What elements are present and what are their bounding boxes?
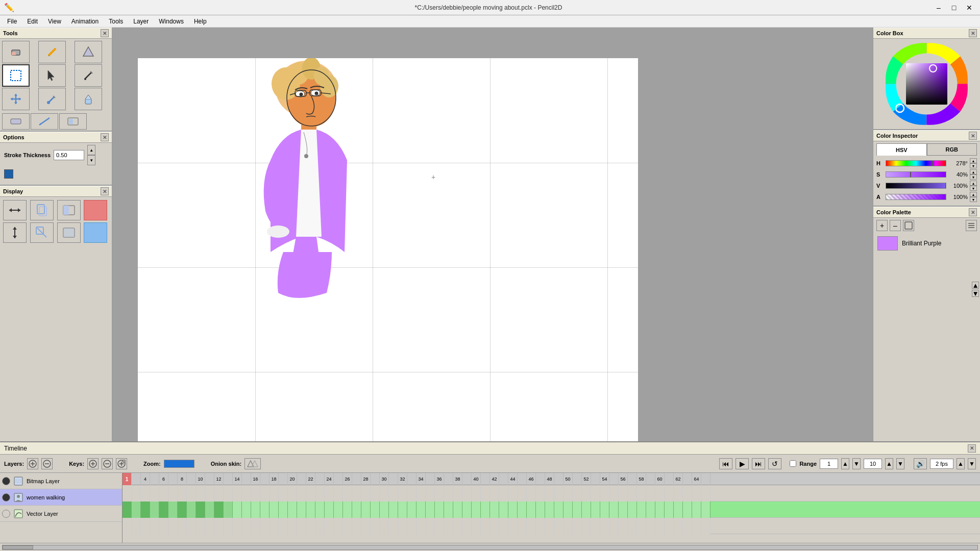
bitmap-frame-44[interactable] (527, 485, 536, 502)
bitmap-frame-36[interactable] (453, 485, 462, 502)
bitmap-frame-1[interactable] (132, 485, 141, 502)
ci-v-up[interactable]: ▲ (970, 181, 977, 186)
window-controls[interactable]: – □ ✕ (932, 3, 976, 13)
bitmap-frame-55[interactable] (628, 485, 637, 502)
menu-view[interactable]: View (43, 17, 66, 26)
women-frame-8[interactable] (196, 502, 205, 518)
vector-frame-28[interactable] (380, 518, 389, 534)
women-frame-26[interactable] (361, 502, 371, 518)
timeline-scroll-thumb[interactable] (3, 545, 33, 549)
layer-row-women[interactable]: women walking (0, 489, 122, 506)
palette-menu-btn[interactable] (966, 220, 977, 231)
women-frame-31[interactable] (407, 502, 416, 518)
pencil-tool[interactable] (38, 41, 66, 63)
bitmap-frame-51[interactable] (591, 485, 600, 502)
vector-frame-47[interactable] (554, 518, 564, 534)
layer-row-bitmap[interactable]: Bitmap Layer (0, 473, 122, 489)
ci-h-slider[interactable] (886, 160, 946, 166)
bitmap-frame-26[interactable] (361, 485, 371, 502)
vector-frame-17[interactable] (279, 518, 288, 534)
bitmap-frame-17[interactable] (279, 485, 288, 502)
women-frame-35[interactable] (444, 502, 453, 518)
vector-frame-20[interactable] (306, 518, 315, 534)
women-frame-25[interactable] (352, 502, 361, 518)
vector-frame-43[interactable] (518, 518, 527, 534)
display-panel-close[interactable]: ✕ (101, 187, 109, 195)
women-frame-60[interactable] (674, 502, 683, 518)
ci-a-slider[interactable] (886, 194, 946, 200)
vector-frame-27[interactable] (371, 518, 380, 534)
women-frame-5[interactable] (168, 502, 178, 518)
women-frame-33[interactable] (426, 502, 435, 518)
women-frame-23[interactable] (334, 502, 343, 518)
vector-frame-2[interactable] (141, 518, 150, 534)
vector-frame-41[interactable] (499, 518, 508, 534)
color-wheel-container[interactable] (873, 39, 980, 129)
vector-frame-6[interactable] (178, 518, 187, 534)
women-frame-62[interactable] (692, 502, 701, 518)
bitmap-frame-34[interactable] (435, 485, 444, 502)
bitmap-frame-11[interactable] (224, 485, 233, 502)
vector-frame-31[interactable] (407, 518, 416, 534)
bitmap-frame-59[interactable] (665, 485, 674, 502)
vector-frame-36[interactable] (453, 518, 462, 534)
range-end-up[interactable]: ▲ (885, 458, 893, 469)
vector-frame-50[interactable] (582, 518, 591, 534)
bitmap-frame-57[interactable] (646, 485, 655, 502)
women-frame-7[interactable] (187, 502, 196, 518)
women-frame-44[interactable] (527, 502, 536, 518)
vector-frame-33[interactable] (426, 518, 435, 534)
vector-frame-4[interactable] (159, 518, 168, 534)
vector-frame-56[interactable] (637, 518, 646, 534)
women-frame-9[interactable] (205, 502, 214, 518)
palette-item-brilliant-purple[interactable]: Brilliant Purple (875, 235, 978, 252)
vector-frame-13[interactable] (242, 518, 251, 534)
ci-s-down[interactable]: ▼ (970, 174, 977, 180)
women-frame-57[interactable] (646, 502, 655, 518)
vector-frame-10[interactable] (214, 518, 224, 534)
vector-frame-5[interactable] (168, 518, 178, 534)
bitmap-frame-4[interactable] (159, 485, 168, 502)
vector-frame-40[interactable] (490, 518, 499, 534)
bitmap-frame-46[interactable] (545, 485, 554, 502)
vector-frame-23[interactable] (334, 518, 343, 534)
women-frame-12[interactable] (233, 502, 242, 518)
range-start-input[interactable] (820, 459, 838, 469)
palette-add-btn[interactable]: + (876, 220, 888, 231)
vector-frame-8[interactable] (196, 518, 205, 534)
move-tool[interactable] (2, 88, 30, 110)
bitmap-frame-7[interactable] (187, 485, 196, 502)
bitmap-frame-47[interactable] (554, 485, 564, 502)
bitmap-frame-10[interactable] (214, 485, 224, 502)
vector-frame-39[interactable] (481, 518, 490, 534)
bitmap-frame-61[interactable] (683, 485, 692, 502)
bitmap-frame-18[interactable] (288, 485, 297, 502)
bitmap-frame-8[interactable] (196, 485, 205, 502)
bitmap-frame-21[interactable] (315, 485, 325, 502)
women-frame-13[interactable] (242, 502, 251, 518)
vector-frame-55[interactable] (628, 518, 637, 534)
bitmap-frame-53[interactable] (609, 485, 619, 502)
range-start-up[interactable]: ▲ (841, 458, 849, 469)
play-btn[interactable]: ▶ (736, 458, 749, 469)
menu-layer[interactable]: Layer (128, 17, 154, 26)
bitmap-frame-30[interactable] (398, 485, 407, 502)
bitmap-frame-52[interactable] (600, 485, 609, 502)
stroke-thickness-down[interactable]: ▼ (87, 155, 95, 165)
bitmap-frame-2[interactable] (141, 485, 150, 502)
vector-frame-26[interactable] (361, 518, 371, 534)
women-frame-6[interactable] (178, 502, 187, 518)
women-frame-18[interactable] (288, 502, 297, 518)
women-frame-3[interactable] (150, 502, 159, 518)
selection-tool[interactable] (2, 64, 30, 87)
close-button[interactable]: ✕ (963, 3, 976, 13)
vector-frame-35[interactable] (444, 518, 453, 534)
palette-swatch-btn[interactable] (903, 220, 914, 231)
color-palette-close[interactable]: ✕ (969, 208, 977, 216)
bitmap-frame-12[interactable] (233, 485, 242, 502)
women-frame-58[interactable] (655, 502, 665, 518)
women-frame-22[interactable] (325, 502, 334, 518)
women-frame-59[interactable] (665, 502, 674, 518)
maximize-button[interactable]: □ (947, 3, 961, 13)
ci-s-slider[interactable] (886, 171, 946, 178)
